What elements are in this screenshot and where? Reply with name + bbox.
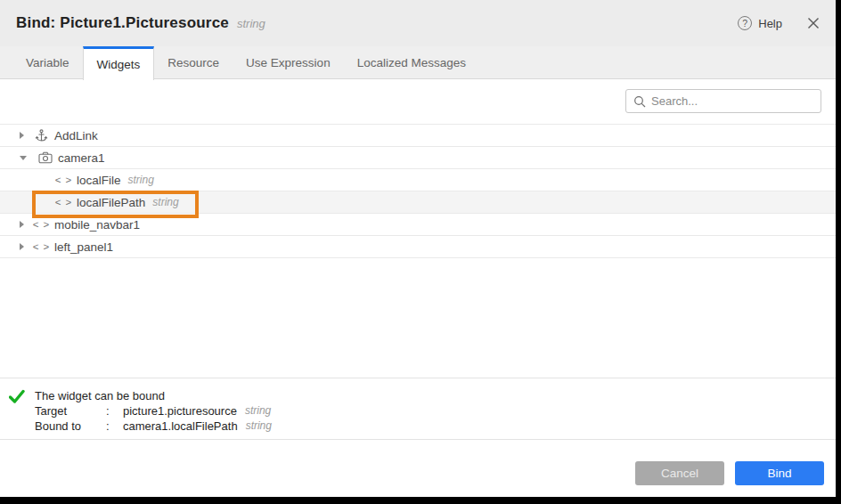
search-row [0,79,836,113]
tree-row-label: left_panel1 [54,240,113,254]
tab-localized-messages[interactable]: Localized Messages [344,46,479,78]
dialog-title-type: string [237,17,265,30]
tree-row-label: mobile_navbar1 [54,218,140,232]
tree-row-localfilepath[interactable]: < > localFilePath string [0,191,836,214]
tab-label: Variable [26,56,69,69]
code-icon: < > [34,241,49,252]
help-icon: ? [738,16,752,30]
dialog-footer: Cancel Bind [0,439,836,497]
cancel-button[interactable]: Cancel [635,461,724,485]
caret-down-icon[interactable] [20,156,27,160]
header-actions: ? Help [738,16,820,30]
tree-row-addlink[interactable]: AddLink [0,125,836,147]
tree-row-label: AddLink [54,129,98,142]
status-label: Bound to [35,419,106,434]
title-wrap: Bind: Picture1.Picturesource string [16,14,265,32]
tab-use-expression[interactable]: Use Expression [233,46,344,78]
search-box[interactable] [625,89,821,113]
code-icon: < > [34,219,49,230]
help-button[interactable]: ? Help [738,16,782,30]
close-icon[interactable] [807,17,820,29]
status-type: string [246,419,272,434]
status-row-target: Target : picture1.picturesource string [35,403,272,419]
code-icon: < > [56,197,71,207]
screen: Bind: Picture1.Picturesource string ? He… [0,0,841,504]
caret-right-icon[interactable] [20,132,24,139]
anchor-icon [34,128,49,142]
tab-label: Localized Messages [357,56,466,69]
tree-row-label: camera1 [58,151,105,165]
tab-resource[interactable]: Resource [154,46,233,78]
tree-row-label: localFilePath [77,196,145,209]
bind-dialog: Bind: Picture1.Picturesource string ? He… [0,0,836,497]
tree-row-camera1[interactable]: camera1 [0,147,836,169]
caret-right-icon[interactable] [20,221,24,228]
dialog-header: Bind: Picture1.Picturesource string ? He… [0,0,836,46]
status-value: picture1.picturesource [123,403,237,419]
status-colon: : [106,419,123,434]
dialog-title: Bind: Picture1.Picturesource [16,14,229,32]
camera-icon [37,151,53,164]
binding-status-text: The widget can be bound Target : picture… [35,388,272,439]
status-type: string [245,403,271,419]
status-value: camera1.localFilePath [123,419,238,434]
tab-bar: Variable Widgets Resource Use Expression… [0,46,836,79]
tree-row-mobile-navbar1[interactable]: < > mobile_navbar1 [0,214,836,236]
footer-buttons: Cancel Bind [635,461,824,485]
type-badge: string [152,196,178,208]
widget-tree: AddLink camera1 < > localFile string [0,124,836,258]
tab-variable[interactable]: Variable [12,46,83,78]
status-row-bound-to: Bound to : camera1.localFilePath string [35,419,272,434]
tree-row-localfile[interactable]: < > localFile string [0,169,836,191]
bind-button[interactable]: Bind [735,461,824,485]
binding-status-panel: The widget can be bound Target : picture… [0,378,836,439]
success-check-icon [9,389,25,439]
tab-label: Widgets [97,58,141,71]
tree-row-left-panel1[interactable]: < > left_panel1 [0,236,836,258]
tab-label: Resource [167,56,219,69]
tab-widgets[interactable]: Widgets [83,46,155,80]
search-icon [633,95,646,108]
help-label: Help [758,17,782,30]
tree-row-label: localFile [77,174,121,187]
caret-right-icon[interactable] [20,243,24,250]
code-icon: < > [56,175,71,185]
status-label: Target [35,403,106,419]
type-badge: string [128,174,154,186]
tab-label: Use Expression [246,56,331,69]
status-colon: : [106,403,123,419]
search-input[interactable] [651,94,813,108]
status-message: The widget can be bound [35,388,272,403]
